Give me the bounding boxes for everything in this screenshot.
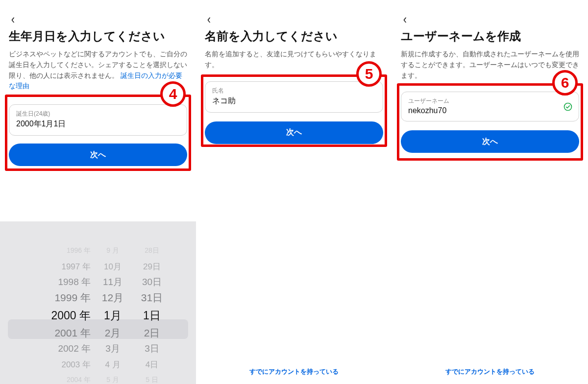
- description: 新規に作成するか、自動作成されたユーザーネームを使用することができます。ユーザー…: [401, 49, 579, 81]
- step-badge: 5: [356, 61, 382, 87]
- picker-year[interactable]: 1997 年: [22, 261, 96, 272]
- picker-year[interactable]: 2003 年: [22, 359, 96, 370]
- picker-month[interactable]: 3月: [96, 342, 130, 355]
- picker-month[interactable]: 10月: [96, 261, 130, 272]
- picker-day[interactable]: 3日: [130, 342, 174, 355]
- picker-year[interactable]: 2002 年: [22, 342, 96, 355]
- already-have-account-link[interactable]: すでにアカウントを持っている: [392, 367, 588, 376]
- picker-day-selected[interactable]: 1日: [130, 308, 174, 323]
- already-have-account-link[interactable]: すでにアカウントを持っている: [196, 367, 392, 376]
- picker-month[interactable]: 11月: [96, 276, 130, 288]
- picker-day[interactable]: 5 日: [130, 376, 174, 384]
- picker-year[interactable]: 2001 年: [22, 326, 96, 340]
- back-icon[interactable]: ‹: [207, 12, 211, 27]
- back-icon[interactable]: ‹: [11, 12, 15, 27]
- page-title: ユーザーネームを作成: [401, 28, 579, 44]
- screen-username: ‹ ユーザーネームを作成 新規に作成するか、自動作成されたユーザーネームを使用す…: [392, 0, 588, 384]
- picker-day[interactable]: 28日: [130, 246, 174, 255]
- screen-name: ‹ 名前を入力してください 名前を追加すると、友達に見つけてもらいやすくなります…: [196, 0, 392, 384]
- highlight-box: 4: [5, 95, 191, 171]
- page-title: 名前を入力してください: [205, 28, 383, 44]
- step-badge: 4: [160, 81, 186, 107]
- picker-day[interactable]: 2日: [130, 326, 174, 340]
- picker-year-selected[interactable]: 2000 年: [22, 308, 96, 323]
- picker-month[interactable]: 9 月: [96, 246, 130, 255]
- picker-month[interactable]: 5 月: [96, 376, 130, 384]
- picker-day[interactable]: 30日: [130, 276, 174, 288]
- picker-day[interactable]: 31日: [130, 291, 174, 305]
- picker-month[interactable]: 12月: [96, 291, 130, 305]
- picker-month[interactable]: 4 月: [96, 359, 130, 370]
- picker-month[interactable]: 2月: [96, 326, 130, 340]
- picker-day[interactable]: 29日: [130, 261, 174, 272]
- description: 名前を追加すると、友達に見つけてもらいやすくなります。: [205, 49, 383, 70]
- picker-month-selected[interactable]: 1月: [96, 308, 130, 323]
- description: ビジネスやペットなどに関するアカウントでも、ご自分の誕生日を入力してください。シ…: [9, 49, 187, 92]
- step-badge: 6: [552, 70, 578, 96]
- date-picker[interactable]: 1996 年9 月28日 1997 年10月29日 1998 年11月30日 1…: [0, 221, 196, 384]
- page-title: 生年月日を入力してください: [9, 28, 187, 44]
- highlight-box: 5: [201, 74, 387, 147]
- picker-year[interactable]: 2004 年: [22, 376, 96, 384]
- picker-year[interactable]: 1999 年: [22, 291, 96, 305]
- picker-year[interactable]: 1996 年: [22, 246, 96, 255]
- screen-birthday: ‹ 生年月日を入力してください ビジネスやペットなどに関するアカウントでも、ご自…: [0, 0, 196, 384]
- highlight-box: 6: [397, 83, 583, 161]
- picker-day[interactable]: 4日: [130, 359, 174, 370]
- picker-year[interactable]: 1998 年: [22, 276, 96, 288]
- back-icon[interactable]: ‹: [403, 12, 407, 27]
